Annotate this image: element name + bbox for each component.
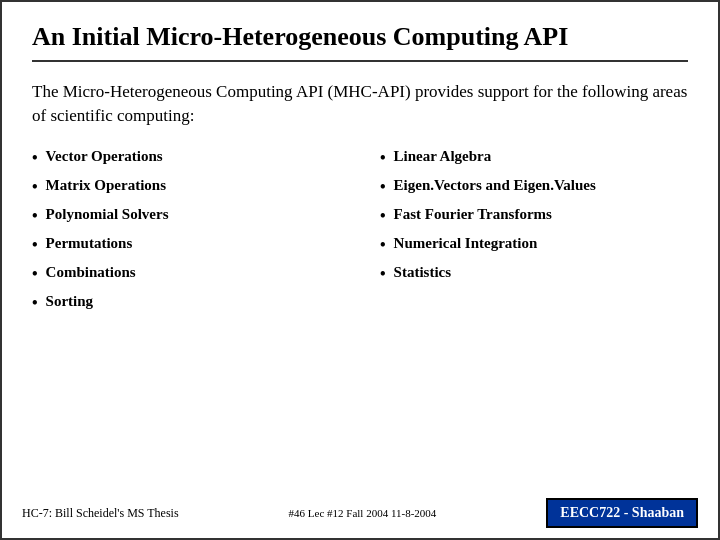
columns: •Vector Operations•Matrix Operations•Pol… (32, 148, 688, 322)
right-column: •Linear Algebra•Eigen.Vectors and Eigen.… (380, 148, 688, 322)
list-item: •Permutations (32, 235, 340, 254)
list-item: •Linear Algebra (380, 148, 688, 167)
list-item-text: Linear Algebra (394, 148, 492, 165)
list-item-text: Polynomial Solvers (46, 206, 169, 223)
bullet-icon: • (32, 207, 38, 225)
list-item: •Matrix Operations (32, 177, 340, 196)
list-item: •Vector Operations (32, 148, 340, 167)
bullet-icon: • (380, 149, 386, 167)
list-item: •Fast Fourier Transforms (380, 206, 688, 225)
left-column: •Vector Operations•Matrix Operations•Pol… (32, 148, 340, 322)
bullet-icon: • (32, 294, 38, 312)
list-item-text: Permutations (46, 235, 133, 252)
list-item-text: Vector Operations (46, 148, 163, 165)
bullet-icon: • (380, 265, 386, 283)
list-item-text: Fast Fourier Transforms (394, 206, 552, 223)
footer-center: #46 Lec #12 Fall 2004 11-8-2004 (289, 507, 437, 519)
list-item-text: Numerical Integration (394, 235, 538, 252)
list-item-text: Combinations (46, 264, 136, 281)
slide: An Initial Micro-Heterogeneous Computing… (0, 0, 720, 540)
slide-title: An Initial Micro-Heterogeneous Computing… (32, 22, 688, 62)
list-item: •Eigen.Vectors and Eigen.Values (380, 177, 688, 196)
list-item-text: Eigen.Vectors and Eigen.Values (394, 177, 596, 194)
left-bullet-list: •Vector Operations•Matrix Operations•Pol… (32, 148, 340, 312)
bullet-icon: • (32, 236, 38, 254)
footer-right: EECC722 - Shaaban (546, 498, 698, 528)
list-item-text: Matrix Operations (46, 177, 166, 194)
footer-left: HC-7: Bill Scheidel's MS Thesis (22, 506, 179, 521)
intro-text: The Micro-Heterogeneous Computing API (M… (32, 80, 688, 128)
list-item: •Numerical Integration (380, 235, 688, 254)
bullet-icon: • (32, 149, 38, 167)
list-item-text: Statistics (394, 264, 452, 281)
list-item: •Statistics (380, 264, 688, 283)
right-bullet-list: •Linear Algebra•Eigen.Vectors and Eigen.… (380, 148, 688, 283)
list-item: •Sorting (32, 293, 340, 312)
list-item: •Combinations (32, 264, 340, 283)
footer: HC-7: Bill Scheidel's MS Thesis #46 Lec … (2, 498, 718, 528)
list-item: •Polynomial Solvers (32, 206, 340, 225)
bullet-icon: • (380, 207, 386, 225)
list-item-text: Sorting (46, 293, 94, 310)
bullet-icon: • (32, 178, 38, 196)
bullet-icon: • (380, 178, 386, 196)
bullet-icon: • (380, 236, 386, 254)
bullet-icon: • (32, 265, 38, 283)
